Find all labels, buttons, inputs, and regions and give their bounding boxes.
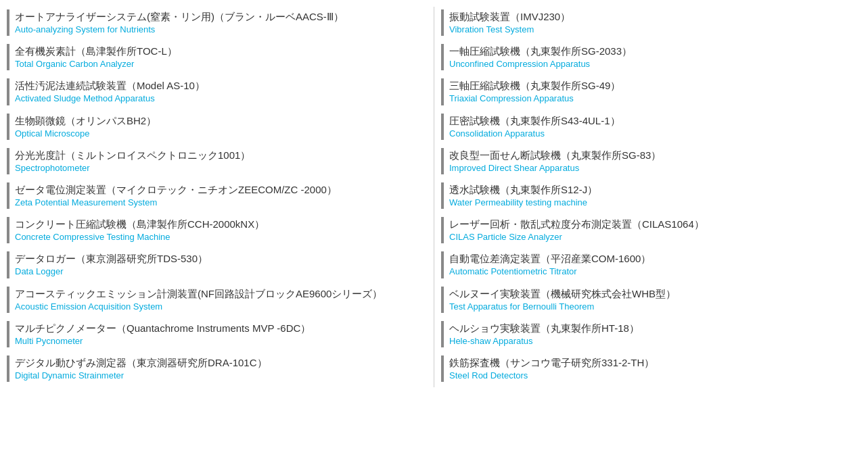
item-content: 生物顕微鏡（オリンパスBH2）Optical Microscope bbox=[15, 114, 156, 140]
item-japanese-title: ヘルショウ実験装置（丸東製作所HT-18） bbox=[449, 321, 639, 335]
list-item: データロガー（東京測器研究所TDS-530）Data Logger bbox=[7, 249, 427, 280]
list-item: 三軸圧縮試験機（丸東製作所SG-49）Triaxial Compression … bbox=[441, 76, 861, 107]
item-content: 圧密試験機（丸東製作所S43-4UL-1）Consolidation Appar… bbox=[449, 114, 620, 140]
list-item: マルチピクノメーター（Quantachrome Instruments MVP … bbox=[7, 318, 427, 350]
right-column: 振動試験装置（IMVJ230）Vibration Test System一軸圧縮… bbox=[434, 7, 868, 387]
item-content: マルチピクノメーター（Quantachrome Instruments MVP … bbox=[15, 321, 311, 347]
item-content: 振動試験装置（IMVJ230）Vibration Test System bbox=[449, 9, 570, 36]
item-border-indicator bbox=[441, 78, 444, 105]
item-japanese-title: 鉄筋探査機（サンコウ電子研究所331-2-TH） bbox=[449, 355, 654, 370]
item-border-indicator bbox=[441, 9, 444, 36]
list-item: アコースティックエミッション計測装置(NF回路設計ブロックAE9600シリーズ）… bbox=[7, 284, 427, 316]
item-content: 透水試験機（丸東製作所S12-J）Water Permeability test… bbox=[449, 182, 597, 209]
item-japanese-title: アコースティックエミッション計測装置(NF回路設計ブロックAE9600シリーズ） bbox=[15, 287, 382, 301]
item-border-indicator bbox=[7, 182, 9, 209]
left-column: オートアナライザーシステム(窒素・リン用)（ブラン・ルーベAACS-Ⅲ）Auto… bbox=[0, 7, 434, 387]
list-item: 分光光度計（ミルトンロイスペクトロニック1001）Spectrophotomet… bbox=[7, 145, 427, 177]
list-item: 圧密試験機（丸東製作所S43-4UL-1）Consolidation Appar… bbox=[441, 111, 861, 143]
list-item: デジタル動ひずみ測定器（東京測器研究所DRA-101C）Digital Dyna… bbox=[7, 353, 427, 385]
item-japanese-title: ベルヌーイ実験装置（機械研究株式会社WHB型） bbox=[449, 287, 676, 301]
item-content: 分光光度計（ミルトンロイスペクトロニック1001）Spectrophotomet… bbox=[15, 148, 250, 174]
item-japanese-title: 分光光度計（ミルトンロイスペクトロニック1001） bbox=[15, 148, 250, 162]
item-english-title: Improved Direct Shear Apparatus bbox=[449, 162, 661, 174]
item-border-indicator bbox=[7, 114, 9, 140]
item-japanese-title: 圧密試験機（丸東製作所S43-4UL-1） bbox=[449, 114, 620, 128]
item-border-indicator bbox=[441, 182, 444, 209]
item-content: ベルヌーイ実験装置（機械研究株式会社WHB型）Test Apparatus fo… bbox=[449, 287, 676, 313]
item-content: オートアナライザーシステム(窒素・リン用)（ブラン・ルーベAACS-Ⅲ）Auto… bbox=[15, 9, 344, 36]
item-japanese-title: 自動電位差滴定装置（平沼産業COM-1600） bbox=[449, 251, 651, 266]
item-japanese-title: レーザー回析・散乱式粒度分布測定装置（CILAS1064） bbox=[449, 217, 704, 231]
item-border-indicator bbox=[7, 148, 9, 174]
item-english-title: Consolidation Apparatus bbox=[449, 128, 620, 140]
item-english-title: Hele-shaw Apparatus bbox=[449, 335, 639, 347]
list-item: コンクリート圧縮試験機（島津製作所CCH-2000kNX）Concrete Co… bbox=[7, 214, 427, 246]
item-japanese-title: 振動試験装置（IMVJ230） bbox=[449, 9, 570, 24]
list-item: 生物顕微鏡（オリンパスBH2）Optical Microscope bbox=[7, 111, 427, 143]
item-content: 一軸圧縮試験機（丸東製作所SG-2033）Unconfined Compress… bbox=[449, 44, 632, 70]
item-border-indicator bbox=[441, 321, 444, 347]
item-japanese-title: 活性汚泥法連続試験装置（Model AS-10） bbox=[15, 78, 205, 93]
item-english-title: Acoustic Emission Acquisition System bbox=[15, 301, 382, 313]
item-content: レーザー回析・散乱式粒度分布測定装置（CILAS1064）CILAS Parti… bbox=[449, 217, 704, 243]
item-japanese-title: 一軸圧縮試験機（丸東製作所SG-2033） bbox=[449, 44, 632, 58]
list-item: 自動電位差滴定装置（平沼産業COM-1600）Automatic Potenti… bbox=[441, 249, 861, 280]
item-english-title: Zeta Potential Measurement System bbox=[15, 197, 337, 209]
item-border-indicator bbox=[441, 44, 444, 70]
item-english-title: Concrete Compressive Testing Machine bbox=[15, 231, 265, 243]
item-japanese-title: 全有機炭素計（島津製作所TOC-L） bbox=[15, 44, 177, 58]
item-english-title: Spectrophotometer bbox=[15, 162, 250, 174]
item-border-indicator bbox=[441, 148, 444, 174]
item-content: 自動電位差滴定装置（平沼産業COM-1600）Automatic Potenti… bbox=[449, 251, 651, 278]
item-border-indicator bbox=[7, 217, 9, 243]
item-content: アコースティックエミッション計測装置(NF回路設計ブロックAE9600シリーズ）… bbox=[15, 287, 382, 313]
list-item: 振動試験装置（IMVJ230）Vibration Test System bbox=[441, 7, 861, 39]
item-border-indicator bbox=[7, 355, 9, 382]
list-item: 改良型一面せん断試験機（丸東製作所SG-83）Improved Direct S… bbox=[441, 145, 861, 177]
item-border-indicator bbox=[441, 114, 444, 140]
item-english-title: Automatic Potentiometric Titrator bbox=[449, 266, 651, 278]
item-english-title: Total Organic Carbon Analyzer bbox=[15, 58, 177, 70]
item-japanese-title: ゼータ電位測定装置（マイクロテック・ニチオンZEECOM/ZC -2000） bbox=[15, 182, 337, 197]
item-english-title: Activated Sludge Method Apparatus bbox=[15, 93, 205, 105]
item-border-indicator bbox=[7, 321, 9, 347]
item-content: 活性汚泥法連続試験装置（Model AS-10）Activated Sludge… bbox=[15, 78, 205, 105]
item-japanese-title: オートアナライザーシステム(窒素・リン用)（ブラン・ルーベAACS-Ⅲ） bbox=[15, 9, 344, 24]
item-english-title: Test Apparatus for Bernoulli Theorem bbox=[449, 301, 676, 313]
main-container: オートアナライザーシステム(窒素・リン用)（ブラン・ルーベAACS-Ⅲ）Auto… bbox=[0, 0, 868, 394]
item-content: 改良型一面せん断試験機（丸東製作所SG-83）Improved Direct S… bbox=[449, 148, 661, 174]
item-english-title: Water Permeability testing machine bbox=[449, 197, 597, 209]
item-english-title: Steel Rod Detectors bbox=[449, 370, 654, 382]
list-item: オートアナライザーシステム(窒素・リン用)（ブラン・ルーベAACS-Ⅲ）Auto… bbox=[7, 7, 427, 39]
list-item: ゼータ電位測定装置（マイクロテック・ニチオンZEECOM/ZC -2000）Ze… bbox=[7, 180, 427, 212]
item-japanese-title: データロガー（東京測器研究所TDS-530） bbox=[15, 251, 208, 266]
item-content: コンクリート圧縮試験機（島津製作所CCH-2000kNX）Concrete Co… bbox=[15, 217, 265, 243]
list-item: ヘルショウ実験装置（丸東製作所HT-18）Hele-shaw Apparatus bbox=[441, 318, 861, 350]
item-content: 三軸圧縮試験機（丸東製作所SG-49）Triaxial Compression … bbox=[449, 78, 620, 105]
item-english-title: Digital Dynamic Strainmeter bbox=[15, 370, 267, 382]
list-item: 鉄筋探査機（サンコウ電子研究所331-2-TH）Steel Rod Detect… bbox=[441, 353, 861, 385]
item-japanese-title: 透水試験機（丸東製作所S12-J） bbox=[449, 182, 597, 197]
item-content: デジタル動ひずみ測定器（東京測器研究所DRA-101C）Digital Dyna… bbox=[15, 355, 267, 382]
item-japanese-title: 生物顕微鏡（オリンパスBH2） bbox=[15, 114, 156, 128]
item-border-indicator bbox=[7, 78, 9, 105]
list-item: 活性汚泥法連続試験装置（Model AS-10）Activated Sludge… bbox=[7, 76, 427, 107]
item-japanese-title: 改良型一面せん断試験機（丸東製作所SG-83） bbox=[449, 148, 661, 162]
item-border-indicator bbox=[441, 287, 444, 313]
item-content: ヘルショウ実験装置（丸東製作所HT-18）Hele-shaw Apparatus bbox=[449, 321, 639, 347]
item-border-indicator bbox=[441, 251, 444, 278]
item-english-title: Optical Microscope bbox=[15, 128, 156, 140]
item-content: 鉄筋探査機（サンコウ電子研究所331-2-TH）Steel Rod Detect… bbox=[449, 355, 654, 382]
item-content: ゼータ電位測定装置（マイクロテック・ニチオンZEECOM/ZC -2000）Ze… bbox=[15, 182, 337, 209]
item-japanese-title: デジタル動ひずみ測定器（東京測器研究所DRA-101C） bbox=[15, 355, 267, 370]
item-border-indicator bbox=[441, 217, 444, 243]
item-border-indicator bbox=[441, 355, 444, 382]
item-english-title: Multi Pycnometer bbox=[15, 335, 311, 347]
item-english-title: Triaxial Compression Apparatus bbox=[449, 93, 620, 105]
item-border-indicator bbox=[7, 9, 9, 36]
item-border-indicator bbox=[7, 44, 9, 70]
item-border-indicator bbox=[7, 251, 9, 278]
list-item: レーザー回析・散乱式粒度分布測定装置（CILAS1064）CILAS Parti… bbox=[441, 214, 861, 246]
item-japanese-title: 三軸圧縮試験機（丸東製作所SG-49） bbox=[449, 78, 620, 93]
item-content: 全有機炭素計（島津製作所TOC-L）Total Organic Carbon A… bbox=[15, 44, 177, 70]
